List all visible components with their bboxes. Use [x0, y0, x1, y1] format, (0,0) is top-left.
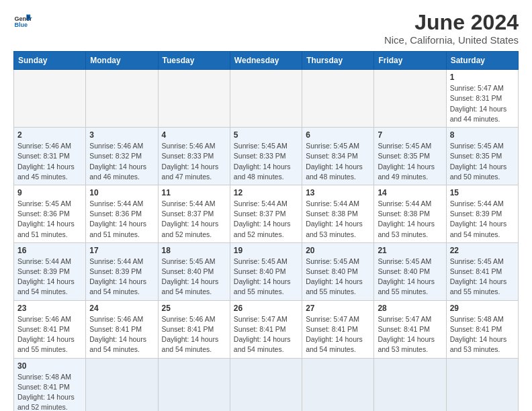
day-info: Sunrise: 5:47 AM Sunset: 8:31 PM Dayligh… [450, 83, 515, 124]
calendar-day-cell [374, 70, 446, 128]
weekday-header: Tuesday [158, 52, 230, 70]
day-info: Sunrise: 5:46 AM Sunset: 8:33 PM Dayligh… [162, 141, 226, 182]
calendar-day-cell: 1Sunrise: 5:47 AM Sunset: 8:31 PM Daylig… [446, 70, 518, 128]
weekday-header: Wednesday [230, 52, 302, 70]
day-info: Sunrise: 5:45 AM Sunset: 8:40 PM Dayligh… [378, 257, 442, 298]
calendar-day-cell: 12Sunrise: 5:44 AM Sunset: 8:37 PM Dayli… [230, 185, 302, 242]
calendar-day-cell: 25Sunrise: 5:46 AM Sunset: 8:41 PM Dayli… [158, 300, 230, 358]
weekday-header: Saturday [446, 52, 518, 70]
calendar-day-cell [374, 358, 446, 411]
day-info: Sunrise: 5:45 AM Sunset: 8:35 PM Dayligh… [378, 141, 442, 182]
day-info: Sunrise: 5:44 AM Sunset: 8:39 PM Dayligh… [89, 257, 154, 298]
day-number: 12 [234, 188, 298, 197]
day-info: Sunrise: 5:47 AM Sunset: 8:41 PM Dayligh… [306, 314, 370, 355]
day-info: Sunrise: 5:48 AM Sunset: 8:41 PM Dayligh… [17, 372, 82, 411]
day-number: 13 [306, 188, 370, 197]
day-number: 29 [450, 304, 515, 313]
day-info: Sunrise: 5:44 AM Sunset: 8:37 PM Dayligh… [162, 199, 226, 240]
day-number: 18 [162, 246, 226, 255]
day-info: Sunrise: 5:45 AM Sunset: 8:40 PM Dayligh… [162, 257, 226, 298]
weekday-header: Friday [374, 52, 446, 70]
day-info: Sunrise: 5:44 AM Sunset: 8:36 PM Dayligh… [89, 199, 154, 240]
day-info: Sunrise: 5:44 AM Sunset: 8:39 PM Dayligh… [450, 199, 515, 240]
day-number: 16 [17, 246, 82, 255]
calendar-subtitle: Nice, California, United States [384, 34, 519, 46]
calendar-week-row: 16Sunrise: 5:44 AM Sunset: 8:39 PM Dayli… [14, 242, 519, 300]
weekday-header: Sunday [14, 52, 86, 70]
day-number: 20 [306, 246, 370, 255]
calendar-day-cell: 30Sunrise: 5:48 AM Sunset: 8:41 PM Dayli… [14, 358, 86, 411]
calendar-day-cell [302, 358, 374, 411]
day-number: 11 [162, 188, 226, 197]
calendar-day-cell [86, 358, 158, 411]
calendar-day-cell [86, 70, 158, 128]
calendar-week-row: 2Sunrise: 5:46 AM Sunset: 8:31 PM Daylig… [14, 128, 519, 185]
day-info: Sunrise: 5:48 AM Sunset: 8:41 PM Dayligh… [450, 314, 515, 355]
calendar-day-cell: 6Sunrise: 5:45 AM Sunset: 8:34 PM Daylig… [302, 128, 374, 185]
day-number: 15 [450, 188, 515, 197]
calendar-day-cell: 22Sunrise: 5:45 AM Sunset: 8:41 PM Dayli… [446, 242, 518, 300]
day-info: Sunrise: 5:45 AM Sunset: 8:33 PM Dayligh… [234, 141, 298, 182]
day-info: Sunrise: 5:45 AM Sunset: 8:40 PM Dayligh… [306, 257, 370, 298]
day-info: Sunrise: 5:45 AM Sunset: 8:36 PM Dayligh… [17, 199, 82, 240]
calendar-day-cell: 2Sunrise: 5:46 AM Sunset: 8:31 PM Daylig… [14, 128, 86, 185]
day-number: 27 [306, 304, 370, 313]
calendar-day-cell: 5Sunrise: 5:45 AM Sunset: 8:33 PM Daylig… [230, 128, 302, 185]
day-number: 26 [234, 304, 298, 313]
day-info: Sunrise: 5:46 AM Sunset: 8:32 PM Dayligh… [89, 141, 154, 182]
calendar-day-cell: 4Sunrise: 5:46 AM Sunset: 8:33 PM Daylig… [158, 128, 230, 185]
day-info: Sunrise: 5:44 AM Sunset: 8:38 PM Dayligh… [306, 199, 370, 240]
calendar-title: June 2024 [384, 11, 519, 34]
calendar-week-row: 30Sunrise: 5:48 AM Sunset: 8:41 PM Dayli… [14, 358, 519, 411]
calendar-day-cell: 10Sunrise: 5:44 AM Sunset: 8:36 PM Dayli… [86, 185, 158, 242]
day-number: 25 [162, 304, 226, 313]
calendar-day-cell: 20Sunrise: 5:45 AM Sunset: 8:40 PM Dayli… [302, 242, 374, 300]
calendar-day-cell: 21Sunrise: 5:45 AM Sunset: 8:40 PM Dayli… [374, 242, 446, 300]
day-number: 14 [378, 188, 442, 197]
calendar-day-cell: 27Sunrise: 5:47 AM Sunset: 8:41 PM Dayli… [302, 300, 374, 358]
day-info: Sunrise: 5:45 AM Sunset: 8:34 PM Dayligh… [306, 141, 370, 182]
day-number: 10 [89, 188, 154, 197]
calendar-day-cell [302, 70, 374, 128]
day-info: Sunrise: 5:46 AM Sunset: 8:41 PM Dayligh… [17, 314, 82, 355]
calendar-day-cell: 23Sunrise: 5:46 AM Sunset: 8:41 PM Dayli… [14, 300, 86, 358]
calendar-day-cell: 9Sunrise: 5:45 AM Sunset: 8:36 PM Daylig… [14, 185, 86, 242]
day-info: Sunrise: 5:45 AM Sunset: 8:40 PM Dayligh… [234, 257, 298, 298]
day-info: Sunrise: 5:44 AM Sunset: 8:39 PM Dayligh… [17, 257, 82, 298]
day-number: 6 [306, 130, 370, 140]
calendar-week-row: 23Sunrise: 5:46 AM Sunset: 8:41 PM Dayli… [14, 300, 519, 358]
calendar-day-cell: 7Sunrise: 5:45 AM Sunset: 8:35 PM Daylig… [374, 128, 446, 185]
day-info: Sunrise: 5:47 AM Sunset: 8:41 PM Dayligh… [234, 314, 298, 355]
day-number: 21 [378, 246, 442, 255]
calendar-day-cell [446, 358, 518, 411]
calendar-day-cell: 24Sunrise: 5:46 AM Sunset: 8:41 PM Dayli… [86, 300, 158, 358]
day-number: 24 [89, 304, 154, 313]
calendar-day-cell [230, 358, 302, 411]
day-info: Sunrise: 5:45 AM Sunset: 8:35 PM Dayligh… [450, 141, 515, 182]
day-number: 28 [378, 304, 442, 313]
day-info: Sunrise: 5:45 AM Sunset: 8:41 PM Dayligh… [450, 257, 515, 298]
calendar-day-cell: 14Sunrise: 5:44 AM Sunset: 8:38 PM Dayli… [374, 185, 446, 242]
day-number: 8 [450, 130, 515, 140]
day-number: 7 [378, 130, 442, 140]
day-number: 19 [234, 246, 298, 255]
calendar-day-cell: 8Sunrise: 5:45 AM Sunset: 8:35 PM Daylig… [446, 128, 518, 185]
calendar-day-cell: 13Sunrise: 5:44 AM Sunset: 8:38 PM Dayli… [302, 185, 374, 242]
weekday-header: Monday [86, 52, 158, 70]
weekday-header-row: SundayMondayTuesdayWednesdayThursdayFrid… [14, 52, 519, 70]
day-number: 2 [17, 130, 82, 140]
calendar-day-cell: 19Sunrise: 5:45 AM Sunset: 8:40 PM Dayli… [230, 242, 302, 300]
day-info: Sunrise: 5:46 AM Sunset: 8:41 PM Dayligh… [89, 314, 154, 355]
day-info: Sunrise: 5:47 AM Sunset: 8:41 PM Dayligh… [378, 314, 442, 355]
day-number: 30 [17, 361, 82, 371]
weekday-header: Thursday [302, 52, 374, 70]
day-info: Sunrise: 5:46 AM Sunset: 8:41 PM Dayligh… [162, 314, 226, 355]
calendar-day-cell [158, 70, 230, 128]
calendar-day-cell: 11Sunrise: 5:44 AM Sunset: 8:37 PM Dayli… [158, 185, 230, 242]
day-number: 1 [450, 73, 515, 82]
logo-icon: General Blue [13, 11, 32, 30]
day-number: 3 [89, 130, 154, 140]
logo: General Blue [13, 11, 32, 30]
calendar-day-cell: 16Sunrise: 5:44 AM Sunset: 8:39 PM Dayli… [14, 242, 86, 300]
calendar-day-cell: 3Sunrise: 5:46 AM Sunset: 8:32 PM Daylig… [86, 128, 158, 185]
